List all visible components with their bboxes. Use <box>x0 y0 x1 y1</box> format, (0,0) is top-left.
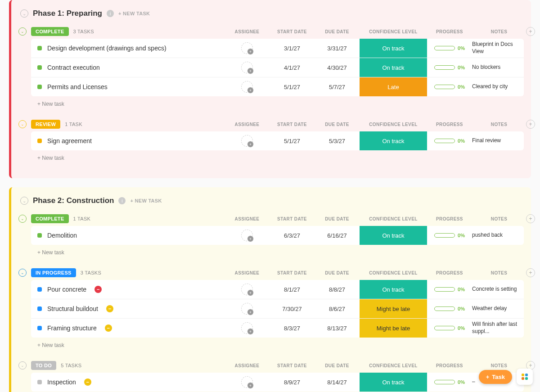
assign-user-button[interactable] <box>241 62 253 73</box>
task-row[interactable]: Pour concrete − 8/1/27 8/8/27 On track 0… <box>31 280 524 299</box>
progress-cell[interactable]: 0% <box>427 325 472 331</box>
collapse-group-button[interactable]: ⌄ <box>18 27 27 36</box>
status-dot <box>37 287 42 292</box>
progress-cell[interactable]: 0% <box>427 306 472 311</box>
col-due: DUE DATE <box>315 122 360 127</box>
confidence-cell[interactable]: Late <box>360 77 427 96</box>
assign-user-button[interactable] <box>241 42 253 54</box>
collapse-group-button[interactable]: ⌄ <box>18 120 27 128</box>
col-assignee: ASSIGNEE <box>225 122 270 127</box>
notes-cell[interactable]: Concrete is setting <box>472 286 524 293</box>
task-row[interactable]: Inspection − 8/9/27 8/14/27 On track 0% … <box>31 373 524 392</box>
start-date[interactable]: 3/1/27 <box>270 45 315 52</box>
task-row[interactable]: Permits and Licenses 5/1/27 5/7/27 Late … <box>31 77 524 96</box>
new-task-link[interactable]: + New task <box>18 150 524 161</box>
progress-cell[interactable]: 0% <box>427 138 472 144</box>
col-progress: PROGRESS <box>427 270 472 275</box>
task-name: Design development (drawings and specs) <box>47 45 166 52</box>
status-pill[interactable]: TO DO <box>31 361 56 370</box>
start-date[interactable]: 7/30/27 <box>270 306 315 312</box>
status-pill[interactable]: REVIEW <box>31 120 60 129</box>
new-task-fab[interactable]: + Task <box>479 370 512 384</box>
assign-user-button[interactable] <box>241 322 253 334</box>
notes-cell[interactable]: No blockers <box>472 64 524 71</box>
new-task-link[interactable]: + New task <box>18 96 524 107</box>
info-icon[interactable]: i <box>118 197 126 204</box>
apps-button[interactable] <box>517 369 533 385</box>
task-row[interactable]: Demolition 6/3/27 6/16/27 On track 0% pu… <box>31 226 524 245</box>
start-date[interactable]: 6/3/27 <box>270 232 315 239</box>
task-row[interactable]: Framing structure − 8/3/27 8/13/27 Might… <box>31 319 524 338</box>
progress-cell[interactable]: 0% <box>427 84 472 90</box>
due-date[interactable]: 5/3/27 <box>315 138 360 144</box>
start-date[interactable]: 5/1/27 <box>270 138 315 144</box>
start-date[interactable]: 4/1/27 <box>270 64 315 71</box>
status-group: ⌄ IN PROGRESS 3 TASKS ASSIGNEE START DAT… <box>18 266 524 348</box>
add-column-button[interactable]: + <box>526 214 535 223</box>
assign-user-button[interactable] <box>241 376 253 388</box>
notes-cell[interactable]: Final review <box>472 137 524 144</box>
due-date[interactable]: 3/31/27 <box>315 45 360 52</box>
due-date[interactable]: 5/7/27 <box>315 84 360 90</box>
progress-cell[interactable]: 0% <box>427 45 472 51</box>
start-date[interactable]: 5/1/27 <box>270 84 315 90</box>
status-pill[interactable]: COMPLETE <box>31 214 69 223</box>
notes-cell[interactable]: Blueprint in Docs View <box>472 41 524 55</box>
collapse-phase-button[interactable]: ⌄ <box>20 9 28 18</box>
start-date[interactable]: 8/9/27 <box>270 379 315 386</box>
status-pill[interactable]: IN PROGRESS <box>31 268 76 277</box>
new-task-link[interactable]: + New task <box>18 338 524 348</box>
status-dot <box>37 65 42 70</box>
collapse-group-button[interactable]: ⌄ <box>18 361 27 369</box>
confidence-cell[interactable]: Might be late <box>360 299 427 318</box>
task-row[interactable]: Sign agreement 5/1/27 5/3/27 On track 0%… <box>31 131 524 150</box>
notes-cell[interactable]: Weather delay <box>472 305 524 312</box>
assign-user-button[interactable] <box>241 81 253 93</box>
progress-bar <box>434 46 455 50</box>
due-date[interactable]: 8/8/27 <box>315 286 360 293</box>
confidence-cell[interactable]: On track <box>360 131 427 150</box>
task-row[interactable]: Contract execution 4/1/27 4/30/27 On tra… <box>31 58 524 77</box>
start-date[interactable]: 8/1/27 <box>270 286 315 293</box>
confidence-cell[interactable]: On track <box>360 226 427 245</box>
add-column-button[interactable]: + <box>526 268 535 277</box>
collapse-phase-button[interactable]: ⌄ <box>20 197 28 205</box>
due-date[interactable]: 8/6/27 <box>315 306 360 312</box>
assign-user-button[interactable] <box>241 284 253 295</box>
collapse-group-button[interactable]: ⌄ <box>18 269 27 277</box>
progress-cell[interactable]: 0% <box>427 233 472 238</box>
notes-cell[interactable]: Cleared by city <box>472 83 524 90</box>
assign-user-button[interactable] <box>241 135 253 147</box>
task-row[interactable]: Structural buildout − 7/30/27 8/6/27 Mig… <box>31 299 524 319</box>
confidence-cell[interactable]: On track <box>360 58 427 77</box>
info-icon[interactable]: i <box>107 10 114 17</box>
notes-cell[interactable]: Will finish after last suppl... <box>472 321 524 335</box>
new-task-top-link[interactable]: + NEW TASK <box>118 11 150 16</box>
add-column-button[interactable]: + <box>526 27 535 36</box>
due-date[interactable]: 6/16/27 <box>315 232 360 239</box>
task-name: Inspection <box>47 378 76 386</box>
assign-user-button[interactable] <box>241 230 253 241</box>
collapse-group-button[interactable]: ⌄ <box>18 215 27 223</box>
task-row[interactable]: Design development (drawings and specs) … <box>31 39 524 58</box>
new-task-link[interactable]: + New task <box>18 245 524 256</box>
add-column-button[interactable]: + <box>526 120 535 129</box>
due-date[interactable]: 4/30/27 <box>315 64 360 71</box>
progress-cell[interactable]: 0% <box>427 287 472 292</box>
col-start: START DATE <box>270 216 315 221</box>
start-date[interactable]: 8/3/27 <box>270 325 315 332</box>
priority-badge: − <box>84 378 91 386</box>
progress-cell[interactable]: 0% <box>427 65 472 70</box>
confidence-cell[interactable]: Might be late <box>360 319 427 338</box>
status-pill[interactable]: COMPLETE <box>31 27 69 36</box>
notes-cell[interactable]: pushed back <box>472 232 524 239</box>
task-name: Sign agreement <box>47 137 92 144</box>
progress-cell[interactable]: 0% <box>427 379 472 385</box>
confidence-cell[interactable]: On track <box>360 39 427 58</box>
confidence-cell[interactable]: On track <box>360 373 427 392</box>
assign-user-button[interactable] <box>241 303 253 315</box>
due-date[interactable]: 8/13/27 <box>315 325 360 332</box>
confidence-cell[interactable]: On track <box>360 280 427 299</box>
due-date[interactable]: 8/14/27 <box>315 379 360 386</box>
new-task-top-link[interactable]: + NEW TASK <box>130 198 162 203</box>
